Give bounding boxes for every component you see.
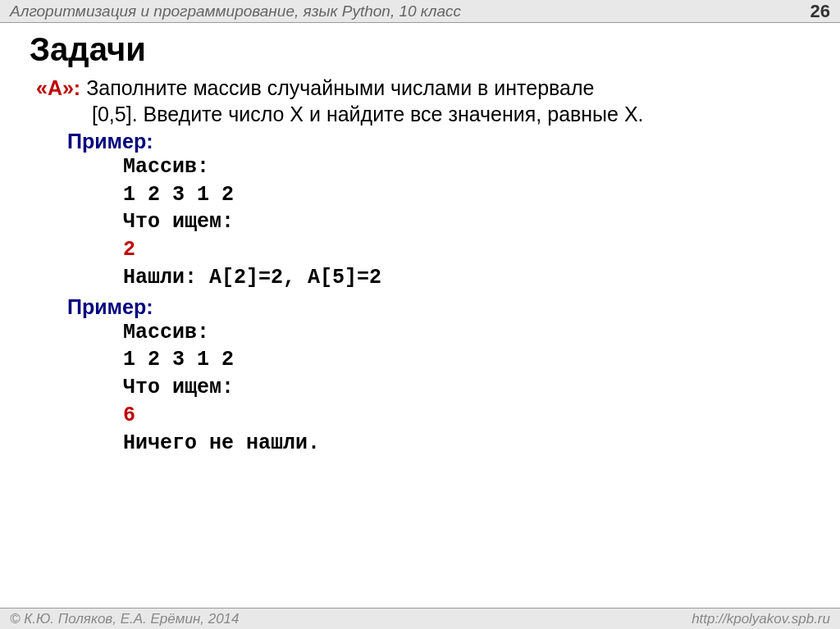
ex1-line3: Что ищем: bbox=[123, 208, 807, 236]
ex2-line5: Ничего не нашли. bbox=[123, 430, 807, 458]
ex1-line5: Нашли: A[2]=2, A[5]=2 bbox=[123, 264, 807, 292]
page-number: 26 bbox=[810, 1, 830, 22]
task-desc-2: [0,5]. Введите число X и найдите все зна… bbox=[92, 103, 807, 126]
ex2-line4: 6 bbox=[123, 402, 807, 430]
header-title: Алгоритмизация и программирование, язык … bbox=[10, 2, 461, 21]
footer-url: http://kpolyakov.spb.ru bbox=[692, 611, 830, 627]
ex1-line1: Массив: bbox=[123, 153, 807, 181]
ex2-line3: Что ищем: bbox=[123, 374, 807, 402]
slide-header: Алгоритмизация и программирование, язык … bbox=[0, 0, 840, 23]
ex2-line2: 1 2 3 1 2 bbox=[123, 346, 807, 374]
example-label-1: Пример: bbox=[67, 130, 807, 153]
ex2-line1: Массив: bbox=[123, 319, 807, 347]
task-label: «A»: bbox=[36, 76, 80, 99]
ex1-line2: 1 2 3 1 2 bbox=[123, 181, 807, 209]
footer-copyright: © К.Ю. Поляков, Е.А. Ерёмин, 2014 bbox=[10, 611, 240, 627]
task-line-1: «A»: Заполните массив случайными числами… bbox=[36, 75, 807, 103]
task-desc-1: Заполните массив случайными числами в ин… bbox=[80, 76, 594, 99]
slide-footer: © К.Ю. Поляков, Е.А. Ерёмин, 2014 http:/… bbox=[0, 608, 840, 629]
slide-title: Задачи bbox=[30, 31, 807, 68]
slide-content: Задачи «A»: Заполните массив случайными … bbox=[0, 23, 840, 473]
ex1-line4: 2 bbox=[123, 236, 807, 264]
example-label-2: Пример: bbox=[67, 295, 807, 319]
